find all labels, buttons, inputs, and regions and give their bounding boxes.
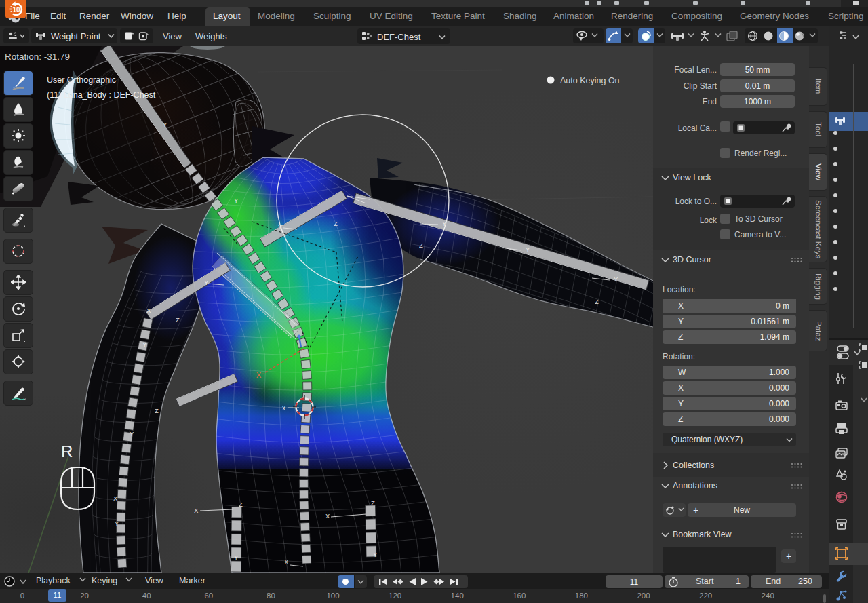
svg-text:Z: Z bbox=[371, 499, 375, 507]
svg-text:Y: Y bbox=[234, 553, 239, 561]
svg-text:x: x bbox=[282, 404, 285, 412]
svg-text:X: X bbox=[194, 507, 199, 514]
svg-text:Z: Z bbox=[176, 316, 180, 324]
svg-text:x: x bbox=[285, 558, 288, 565]
svg-text:Y: Y bbox=[115, 520, 119, 527]
svg-text:Z: Z bbox=[334, 220, 338, 227]
svg-text:X: X bbox=[113, 494, 118, 502]
svg-text:Y: Y bbox=[373, 551, 378, 558]
svg-text:Z: Z bbox=[419, 241, 423, 249]
svg-text:X: X bbox=[326, 512, 330, 520]
svg-text:(11) Luna_Body : DEF-Chest: (11) Luna_Body : DEF-Chest bbox=[47, 90, 156, 100]
svg-text:X: X bbox=[256, 371, 262, 379]
svg-text:Y: Y bbox=[204, 279, 209, 286]
svg-text:Y: Y bbox=[142, 341, 147, 348]
svg-text:Y: Y bbox=[163, 121, 167, 128]
svg-text:X: X bbox=[146, 307, 151, 314]
svg-text:Y: Y bbox=[526, 246, 530, 253]
svg-text:Z: Z bbox=[239, 501, 243, 508]
svg-text:Y: Y bbox=[614, 275, 618, 283]
svg-text:Y: Y bbox=[234, 197, 239, 204]
svg-text:Z: Z bbox=[595, 298, 599, 305]
svg-text:User Orthographic: User Orthographic bbox=[47, 75, 116, 85]
svg-text:Z: Z bbox=[155, 407, 159, 414]
svg-text:Y: Y bbox=[130, 430, 134, 437]
svg-text:R: R bbox=[61, 442, 73, 461]
